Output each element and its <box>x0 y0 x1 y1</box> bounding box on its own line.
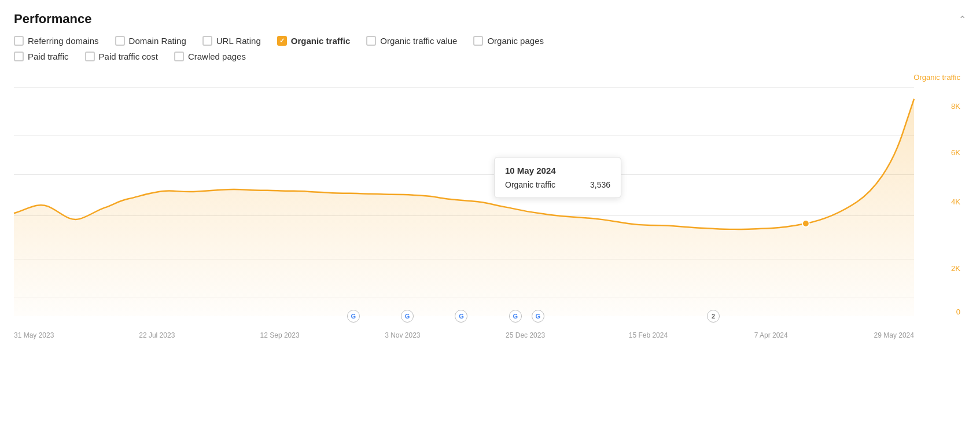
x-label-dec-2023: 25 Dec 2023 <box>505 331 546 339</box>
y-axis-title: Organic traffic <box>913 73 960 82</box>
google-marker-2[interactable]: G <box>401 310 414 323</box>
checkbox-label-paid-traffic-cost: Paid traffic cost <box>99 52 158 61</box>
checkbox-crawled-pages[interactable]: Crawled pages <box>174 52 246 61</box>
checkbox-organic-pages[interactable]: Organic pages <box>473 36 544 46</box>
checkbox-organic-traffic-value[interactable]: Organic traffic value <box>366 36 457 46</box>
x-label-apr-2024: 7 Apr 2024 <box>751 331 791 339</box>
x-label-may-2024: 29 May 2024 <box>874 331 914 339</box>
chart-tooltip-dot <box>802 220 809 227</box>
y-label-0: 0 <box>956 307 960 316</box>
y-label-6k: 6K <box>951 148 960 157</box>
x-label-feb-2024: 15 Feb 2024 <box>628 331 668 339</box>
checkbox-domain-rating[interactable]: Domain Rating <box>115 36 186 46</box>
checkbox-box-crawled-pages[interactable] <box>174 52 184 61</box>
page-title: Performance <box>14 12 92 27</box>
checkbox-organic-traffic[interactable]: Organic traffic <box>277 36 351 46</box>
x-label-may-2023: 31 May 2023 <box>14 331 54 339</box>
google-marker-3[interactable]: G <box>455 310 467 323</box>
checkboxes-row1: Referring domains Domain Rating URL Rati… <box>14 36 966 46</box>
checkbox-referring-domains[interactable]: Referring domains <box>14 36 99 46</box>
x-label-jul-2023: 22 Jul 2023 <box>137 331 177 339</box>
checkbox-box-domain-rating[interactable] <box>115 36 125 46</box>
checkbox-label-crawled-pages: Crawled pages <box>188 52 246 61</box>
checkbox-paid-traffic-cost[interactable]: Paid traffic cost <box>85 52 158 61</box>
performance-chart: Organic traffic 8K 6K 4K 2K 0 <box>14 73 966 345</box>
chart-inner: 10 May 2024 Organic traffic 3,536 G G G … <box>14 87 914 316</box>
checkbox-label-url-rating: URL Rating <box>216 36 261 46</box>
checkbox-paid-traffic[interactable]: Paid traffic <box>14 52 69 61</box>
y-label-8k: 8K <box>951 102 960 111</box>
checkbox-label-organic-traffic: Organic traffic <box>291 36 351 46</box>
checkbox-box-url-rating[interactable] <box>202 36 212 46</box>
google-marker-5[interactable]: G <box>532 310 544 323</box>
collapse-icon[interactable]: ⌃ <box>959 14 966 25</box>
checkbox-box-organic-traffic[interactable] <box>277 36 287 46</box>
checkboxes-row2: Paid traffic Paid traffic cost Crawled p… <box>14 52 966 61</box>
x-label-nov-2023: 3 Nov 2023 <box>382 331 423 339</box>
checkbox-label-referring-domains: Referring domains <box>28 36 99 46</box>
checkbox-box-organic-traffic-value[interactable] <box>366 36 376 46</box>
checkbox-box-paid-traffic[interactable] <box>14 52 24 61</box>
checkbox-box-organic-pages[interactable] <box>473 36 483 46</box>
google-marker-1[interactable]: G <box>347 310 360 323</box>
checkbox-box-paid-traffic-cost[interactable] <box>85 52 95 61</box>
checkbox-url-rating[interactable]: URL Rating <box>202 36 261 46</box>
checkbox-label-domain-rating: Domain Rating <box>129 36 186 46</box>
y-label-2k: 2K <box>951 264 960 273</box>
google-marker-4[interactable]: G <box>509 310 522 323</box>
checkbox-box-referring-domains[interactable] <box>14 36 24 46</box>
number-marker-2[interactable]: 2 <box>707 310 720 323</box>
y-label-4k: 4K <box>951 197 960 206</box>
chart-area-fill <box>14 99 914 316</box>
checkbox-label-organic-traffic-value: Organic traffic value <box>380 36 457 46</box>
chart-svg <box>14 87 914 316</box>
checkbox-label-paid-traffic: Paid traffic <box>28 52 69 61</box>
x-label-sep-2023: 12 Sep 2023 <box>260 331 300 339</box>
checkbox-label-organic-pages: Organic pages <box>487 36 544 46</box>
